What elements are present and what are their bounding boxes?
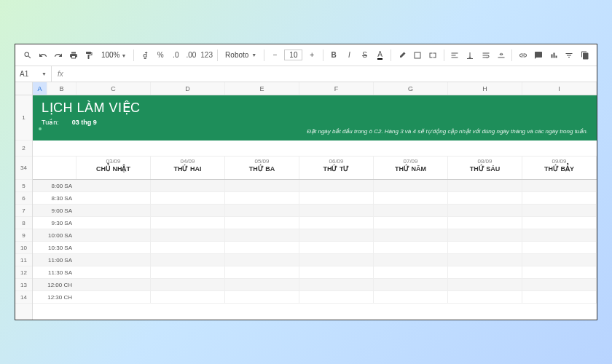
col-header-d[interactable]: D	[151, 82, 225, 95]
zoom-select[interactable]: 100%▼	[98, 51, 130, 59]
col-header-e[interactable]: E	[225, 82, 299, 95]
more-icon[interactable]	[578, 48, 591, 63]
time-row[interactable]: 11:00 SA	[33, 254, 597, 266]
font-size-plus-icon[interactable]: +	[305, 48, 318, 63]
time-slot[interactable]	[299, 192, 374, 204]
rotate-icon[interactable]	[495, 48, 507, 63]
day-col[interactable]: 08/09THỨ SÁU	[448, 157, 522, 179]
col-header-h[interactable]: H	[448, 82, 522, 95]
col-header-a[interactable]: A	[33, 82, 47, 95]
time-slot[interactable]	[151, 291, 225, 303]
time-slot[interactable]	[151, 266, 225, 278]
time-slot[interactable]	[522, 180, 597, 191]
time-slot[interactable]	[225, 291, 299, 303]
row-header[interactable]: 13	[15, 279, 32, 291]
row-header[interactable]: 34	[15, 157, 32, 180]
font-size-minus-icon[interactable]: −	[269, 48, 281, 63]
decimal-decrease-icon[interactable]: .0	[170, 48, 182, 63]
time-slot[interactable]	[299, 205, 374, 216]
time-slot[interactable]	[448, 266, 522, 278]
time-slot[interactable]	[374, 279, 448, 290]
row-header[interactable]: 8	[15, 217, 32, 229]
time-slot[interactable]	[374, 180, 448, 191]
time-slot[interactable]	[448, 242, 522, 253]
time-slot[interactable]	[522, 217, 597, 229]
row-header[interactable]: 10	[15, 242, 32, 254]
search-icon[interactable]	[21, 48, 34, 63]
time-slot[interactable]	[225, 192, 299, 204]
time-slot[interactable]	[76, 254, 151, 266]
font-size-input[interactable]: 10	[284, 50, 302, 60]
time-slot[interactable]	[374, 254, 448, 266]
align-icon[interactable]	[449, 48, 461, 63]
italic-icon[interactable]: I	[343, 48, 356, 63]
redo-icon[interactable]	[52, 48, 64, 63]
col-header-f[interactable]: F	[299, 82, 374, 95]
row-header[interactable]: 11	[15, 254, 32, 266]
gap-row[interactable]	[33, 141, 597, 157]
time-slot[interactable]	[374, 266, 448, 278]
time-row[interactable]: 10:30 SA	[33, 242, 597, 254]
time-slot[interactable]	[225, 266, 299, 278]
time-slot[interactable]	[522, 242, 597, 253]
currency-icon[interactable]: ₫	[138, 48, 151, 63]
time-row[interactable]: 12:00 CH	[33, 279, 597, 291]
decimal-increase-icon[interactable]: .00	[185, 48, 197, 63]
print-icon[interactable]	[68, 48, 80, 63]
time-slot[interactable]	[448, 205, 522, 216]
text-color-icon[interactable]: A	[374, 48, 386, 63]
time-slot[interactable]	[448, 254, 522, 266]
bold-icon[interactable]: B	[328, 48, 340, 63]
time-slot[interactable]	[522, 266, 597, 278]
time-slot[interactable]	[448, 180, 522, 191]
filter-icon[interactable]	[563, 48, 576, 63]
chart-icon[interactable]	[548, 48, 560, 63]
strike-icon[interactable]: S	[358, 48, 371, 63]
row-header[interactable]: 12	[15, 266, 32, 279]
fill-color-icon[interactable]	[396, 48, 408, 63]
time-slot[interactable]	[448, 192, 522, 204]
row-header[interactable]: 2	[15, 141, 32, 157]
time-slot[interactable]	[76, 242, 151, 253]
day-col[interactable]: 06/09THỨ TƯ	[299, 157, 374, 179]
row-header[interactable]: 14	[15, 291, 32, 304]
row-header[interactable]: 9	[15, 229, 32, 242]
time-slot[interactable]	[299, 180, 374, 191]
col-header-g[interactable]: G	[374, 82, 448, 95]
day-col[interactable]: 07/09THỨ NĂM	[374, 157, 448, 179]
undo-icon[interactable]	[36, 48, 49, 63]
borders-icon[interactable]	[411, 48, 423, 63]
row-header[interactable]: 6	[15, 192, 32, 205]
time-row[interactable]: 10:00 SA	[33, 229, 597, 242]
time-slot[interactable]	[225, 279, 299, 290]
time-slot[interactable]	[299, 229, 374, 241]
banner[interactable]: LỊCH LÀM VIỆC Tuần: 03 thg 9 Đặt ngày bắ…	[33, 95, 597, 141]
time-slot[interactable]	[299, 254, 374, 266]
time-slot[interactable]	[374, 205, 448, 216]
row-header[interactable]: 5	[15, 180, 32, 192]
time-slot[interactable]	[225, 254, 299, 266]
col-header-b[interactable]: B	[47, 82, 76, 95]
time-slot[interactable]	[299, 279, 374, 290]
time-slot[interactable]	[151, 229, 225, 241]
more-formats-icon[interactable]: 123	[200, 48, 213, 63]
time-slot[interactable]	[76, 291, 151, 303]
time-slot[interactable]	[225, 229, 299, 241]
time-slot[interactable]	[151, 192, 225, 204]
time-slot[interactable]	[76, 180, 151, 191]
time-slot[interactable]	[151, 217, 225, 229]
time-row[interactable]: 9:30 SA	[33, 217, 597, 229]
time-row[interactable]: 11:30 SA	[33, 266, 597, 279]
col-header-i[interactable]: I	[522, 82, 597, 95]
time-slot[interactable]	[374, 192, 448, 204]
percent-icon[interactable]: %	[154, 48, 167, 63]
time-row[interactable]: 8:00 SA	[33, 180, 597, 192]
time-slot[interactable]	[76, 217, 151, 229]
time-row[interactable]: 8:30 SA	[33, 192, 597, 205]
time-slot[interactable]	[225, 205, 299, 216]
time-slot[interactable]	[522, 205, 597, 216]
comment-icon[interactable]	[532, 48, 544, 63]
time-slot[interactable]	[522, 229, 597, 241]
time-slot[interactable]	[151, 279, 225, 290]
time-slot[interactable]	[299, 217, 374, 229]
